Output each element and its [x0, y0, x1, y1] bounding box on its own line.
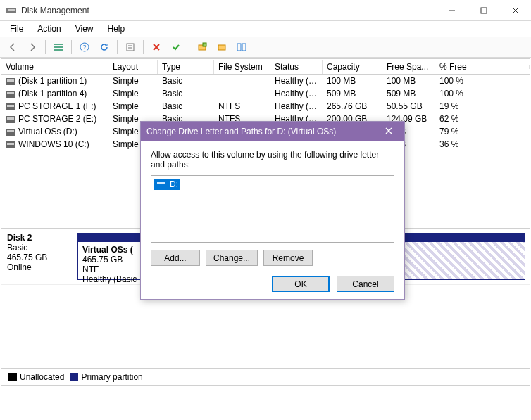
swatch-unallocated-icon	[8, 373, 17, 381]
drive-icon	[156, 180, 167, 189]
svg-rect-19	[237, 44, 241, 51]
svg-rect-11	[127, 44, 134, 51]
drive-path-item-selected[interactable]: D:	[154, 179, 180, 190]
drive-letter-label: D:	[170, 179, 178, 189]
menu-view[interactable]: View	[70, 23, 99, 35]
drive-icon	[6, 129, 15, 136]
table-row[interactable]: PC STORAGE 1 (F:)SimpleBasicNTFSHealthy …	[1, 100, 530, 113]
remove-button[interactable]: Remove	[263, 250, 313, 266]
menubar: File Action View Help	[0, 21, 531, 37]
drive-icon	[6, 116, 15, 123]
col-pctfree[interactable]: % Free	[435, 60, 477, 74]
dialog-title: Change Drive Letter and Paths for D: (Vi…	[146, 127, 379, 136]
menu-file[interactable]: File	[4, 23, 29, 35]
col-status[interactable]: Status	[270, 60, 323, 74]
new-partition-icon[interactable]	[194, 39, 211, 56]
svg-rect-7	[54, 46, 63, 48]
col-spacer	[477, 65, 530, 69]
forward-button[interactable]	[24, 39, 41, 56]
drive-icon	[6, 91, 15, 98]
window-title: Disk Management	[21, 6, 436, 15]
close-button[interactable]	[499, 0, 531, 20]
partition-health: Healthy (Basic	[82, 274, 137, 284]
partition-virtual-oss[interactable]: Virtual OSs ( 465.75 GB NTF Healthy (Bas…	[77, 233, 142, 280]
partition-size: 465.75 GB NTF	[82, 255, 137, 274]
col-volume[interactable]: Volume	[1, 60, 108, 74]
disk-name: Disk 2	[7, 233, 67, 243]
svg-rect-6	[54, 44, 63, 45]
svg-rect-17	[203, 43, 206, 46]
col-freespace[interactable]: Free Spa...	[382, 60, 435, 74]
help-icon[interactable]: ?	[76, 39, 93, 56]
dialog-titlebar[interactable]: Change Drive Letter and Paths for D: (Vi…	[141, 122, 404, 141]
legend-unallocated: Unallocated	[20, 372, 64, 382]
swatch-primary-icon	[70, 373, 78, 381]
maximize-button[interactable]	[468, 0, 499, 20]
refresh-icon[interactable]	[96, 39, 113, 56]
svg-rect-18	[218, 45, 225, 50]
svg-rect-20	[242, 44, 246, 51]
minimize-button[interactable]	[436, 0, 468, 20]
cancel-button[interactable]: Cancel	[337, 276, 394, 292]
dialog-close-button[interactable]	[379, 126, 399, 137]
drive-path-list[interactable]: D:	[151, 175, 394, 243]
legend-primary: Primary partition	[81, 372, 142, 382]
change-button[interactable]: Change...	[206, 250, 258, 266]
add-button[interactable]: Add...	[151, 250, 200, 266]
disk-management-icon	[6, 5, 17, 16]
svg-rect-8	[54, 49, 63, 51]
layout-icon[interactable]	[233, 39, 250, 56]
change-drive-letter-dialog: Change Drive Letter and Paths for D: (Vi…	[140, 121, 405, 300]
drive-icon	[6, 78, 15, 85]
ok-button[interactable]: OK	[272, 276, 330, 292]
dialog-instruction: Allow access to this volume by using the…	[151, 150, 394, 170]
table-row[interactable]: (Disk 1 partition 4)SimpleBasicHealthy (…	[1, 87, 530, 100]
col-filesystem[interactable]: File System	[214, 60, 270, 74]
menu-help[interactable]: Help	[102, 23, 131, 35]
col-type[interactable]: Type	[158, 60, 214, 74]
svg-rect-3	[481, 8, 487, 13]
drive-icon	[6, 141, 15, 148]
drive-icon	[6, 103, 15, 110]
legend: Unallocated Primary partition	[1, 368, 530, 385]
disk-size: 465.75 GB	[7, 253, 67, 262]
properties-icon[interactable]	[122, 39, 139, 56]
view-list-icon[interactable]	[50, 39, 67, 56]
volume-header-row: Volume Layout Type File System Status Ca…	[1, 59, 530, 75]
titlebar: Disk Management	[0, 0, 531, 21]
settings-icon[interactable]	[213, 39, 230, 56]
col-capacity[interactable]: Capacity	[323, 60, 382, 74]
delete-icon[interactable]	[148, 39, 165, 56]
check-icon[interactable]	[168, 39, 185, 56]
menu-action[interactable]: Action	[32, 23, 66, 35]
partition-name: Virtual OSs (	[82, 245, 137, 255]
disk-type: Basic	[7, 243, 67, 253]
disk-info: Disk 2 Basic 465.75 GB Online	[1, 229, 73, 284]
svg-rect-1	[8, 9, 15, 11]
svg-text:?: ?	[82, 44, 86, 51]
col-layout[interactable]: Layout	[108, 60, 158, 74]
table-row[interactable]: (Disk 1 partition 1)SimpleBasicHealthy (…	[1, 75, 530, 87]
toolbar: ?	[0, 37, 531, 58]
back-button[interactable]	[4, 39, 21, 56]
disk-status: Online	[7, 262, 67, 272]
